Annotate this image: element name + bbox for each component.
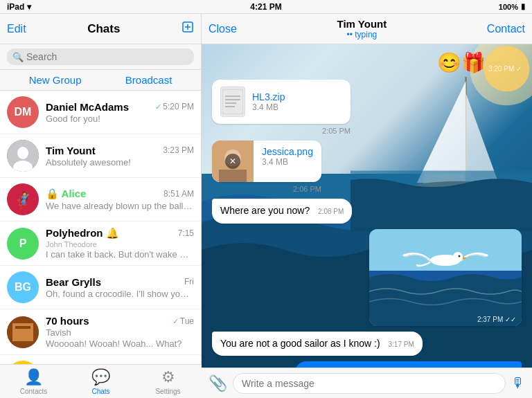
status-bar-right: 100% ▮ — [499, 2, 525, 11]
chat-name-row-70hours: 70 hours ✓Tue — [46, 315, 194, 327]
tab-bar: 👤 Contacts 💬 Chats ⚙ Settings — [0, 364, 202, 398]
chat-header-info: Tim Yount •• typing — [337, 18, 387, 39]
battery-icon: ▮ — [521, 2, 525, 11]
file-info-hl3: HL3.zip 3.4 MB — [252, 91, 342, 112]
chat-name-tim: Tim Yount — [46, 145, 96, 156]
seagull-image: 2:37 PM ✓✓ — [369, 229, 522, 326]
tab-settings-label: Settings — [155, 388, 180, 395]
msg-sailing: Sailing can make strongest friendships. … — [295, 361, 522, 368]
message-input-bar: 📎 🎙 — [202, 368, 532, 398]
msg-sailor: You are not a good sailor as I know :) 3… — [212, 332, 423, 356]
img-bubble-info-jessica: Jessica.png 3.4 MB — [254, 141, 321, 182]
tab-settings[interactable]: ⚙ Settings — [134, 368, 202, 395]
tab-chats-label: Chats — [91, 388, 109, 395]
file-time-jessica: 2:06 PM — [212, 185, 321, 193]
bubble-sailor: You are not a good sailor as I know :) 3… — [212, 332, 423, 356]
chat-header: Close Tim Yount •• typing Contact — [202, 14, 532, 44]
chat-preview-alice: We have already blown up the balloon! — [46, 201, 194, 211]
chat-item-adler[interactable]: AT Adler Toberg Mon Cmon... Show us some… — [0, 355, 201, 364]
file-size-jessica: 3.4 MB — [262, 157, 313, 167]
chat-name-row-polyhedron: Polyhedron 🔔 7:15 — [46, 227, 194, 239]
chat-name-daniel: Daniel McAdams — [46, 101, 129, 113]
chat-name-alice: 🔒 Alice — [46, 188, 86, 200]
group-broadcast-bar: New Group Broadcast — [0, 70, 201, 91]
chat-name-row-tim: Tim Yount 3:23 PM — [46, 145, 194, 156]
chat-item-alice[interactable]: 🦸 🔒 Alice 8:51 AM We have already blown … — [0, 178, 201, 221]
tab-chats[interactable]: 💬 Chats — [67, 368, 134, 395]
search-input[interactable] — [26, 51, 188, 62]
chat-name-70hours: 70 hours — [46, 315, 89, 327]
tab-contacts-label: Contacts — [20, 388, 47, 395]
search-bar: 🔍 — [0, 44, 201, 70]
chat-time-bear: Fri — [184, 277, 194, 287]
attach-button[interactable]: 📎 — [209, 374, 227, 392]
search-wrap: 🔍 — [7, 48, 194, 65]
avatar-daniel: DM — [7, 96, 39, 128]
chat-item-tim[interactable]: Tim Yount 3:23 PM Absolutely awesome! — [0, 134, 201, 178]
chat-item-polyhedron[interactable]: P Polyhedron 🔔 7:15 John Theodore I can … — [0, 221, 201, 266]
bubble-sailor-time: 3:17 PM — [389, 341, 414, 348]
status-bar: iPad ▾ 4:21 PM 100% ▮ — [0, 0, 532, 14]
search-icon: 🔍 — [12, 52, 24, 62]
chat-time-daniel: ✓5:20 PM — [155, 102, 194, 111]
svg-text:🦸: 🦸 — [12, 190, 33, 210]
chat-name-polyhedron: Polyhedron 🔔 — [46, 227, 119, 239]
chat-preview-poly-msg: I can take it back. But don't wake me up… — [46, 249, 194, 260]
file-time-hl3: 2:05 PM — [212, 127, 351, 135]
chat-name-bear: Bear Grylls — [46, 276, 101, 288]
carrier-label: iPad — [7, 2, 24, 12]
contact-button[interactable]: Contact — [487, 23, 525, 35]
chat-item-bear[interactable]: BG Bear Grylls Fri Oh, found a crocodile… — [0, 266, 201, 309]
avatar-70hours — [7, 316, 39, 348]
chat-preview-tim: Absolutely awesome! — [46, 157, 194, 168]
avatar-polyhedron: P — [7, 228, 39, 260]
file-bubble-hl3: HL3.zip 3.4 MB — [212, 80, 351, 124]
chat-item-daniel[interactable]: DM Daniel McAdams ✓5:20 PM Good for you! — [0, 91, 201, 134]
img-bubble-row-jessica: ✕ Jessica.png 3.4 MB — [212, 141, 321, 182]
bubble-where-time: 2:08 PM — [318, 208, 344, 215]
mic-button[interactable]: 🎙 — [511, 375, 525, 391]
messages-area[interactable]: 😊🎁 3:20 PM ✓ — [202, 44, 532, 368]
chat-item-70hours[interactable]: 70 hours ✓Tue Tavish Wooooah! Wooah! Woa… — [0, 309, 201, 355]
file-icon-hl3 — [220, 87, 245, 117]
svg-rect-10 — [15, 326, 30, 329]
chat-info-polyhedron: Polyhedron 🔔 7:15 John Theodore I can ta… — [46, 227, 194, 260]
msg-emoji: 😊🎁 3:20 PM ✓ — [437, 51, 522, 74]
chats-title: Chats — [87, 22, 120, 36]
bubble-sailor-text: You are not a good sailor as I know :) — [220, 338, 380, 349]
chat-info-70hours: 70 hours ✓Tue Tavish Wooooah! Wooah! Woa… — [46, 315, 194, 349]
chat-preview-70hours: Tavish — [46, 327, 194, 338]
chat-time-tim: 3:23 PM — [163, 145, 194, 155]
msg-seagull: 2:37 PM ✓✓ — [369, 229, 522, 326]
avatar-bear: BG — [7, 271, 39, 303]
bubble-sailing: Sailing can make strongest friendships. … — [295, 361, 522, 368]
svg-rect-22 — [222, 89, 243, 114]
chat-time-alice: 8:51 AM — [163, 189, 194, 199]
file-size-hl3: 3.4 MB — [252, 102, 342, 112]
left-panel: Edit Chats 🔍 New Group Broadcast — [0, 14, 202, 398]
new-group-button[interactable]: New Group — [29, 74, 82, 86]
svg-point-34 — [453, 252, 463, 262]
bubble-where-text: Where are you now? — [220, 205, 310, 216]
compose-button[interactable] — [181, 21, 194, 37]
chat-name-row-bear: Bear Grylls Fri — [46, 276, 194, 288]
tab-contacts[interactable]: 👤 Contacts — [0, 368, 67, 395]
img-cancel-jessica[interactable]: ✕ — [225, 154, 240, 169]
chat-preview-daniel: Good for you! — [46, 114, 194, 124]
edit-button[interactable]: Edit — [7, 23, 26, 35]
right-panel: Close Tim Yount •• typing Contact — [202, 14, 532, 398]
img-bubble-jessica: ✕ Jessica.png 3.4 MB — [212, 141, 321, 182]
wifi-icon: ▾ — [27, 2, 31, 12]
file-name-hl3: HL3.zip — [252, 91, 342, 102]
chat-name-row-alice: 🔒 Alice 8:51 AM — [46, 188, 194, 200]
chat-preview-polyhedron: John Theodore — [46, 240, 194, 248]
message-input[interactable] — [233, 373, 506, 394]
settings-icon: ⚙ — [161, 368, 175, 386]
seagull-time: 2:37 PM ✓✓ — [477, 316, 516, 323]
broadcast-button[interactable]: Broadcast — [125, 74, 172, 86]
close-button[interactable]: Close — [209, 23, 237, 35]
msg-file-hl3: HL3.zip 3.4 MB 2:05 PM — [212, 80, 351, 135]
chat-contact-status: •• typing — [337, 30, 387, 39]
msg-file-jessica: ✕ Jessica.png 3.4 MB 2:06 PM — [212, 141, 321, 193]
svg-point-4 — [17, 147, 28, 159]
